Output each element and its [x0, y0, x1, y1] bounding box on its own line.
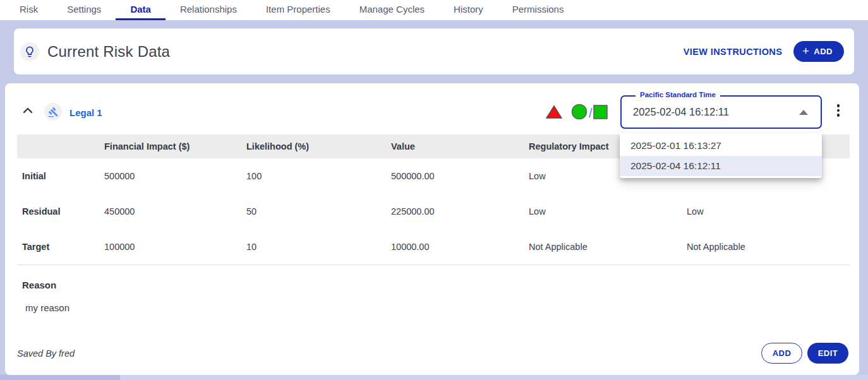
row-label: Target: [17, 229, 99, 264]
cell: Not Applicable: [524, 229, 682, 264]
timestamp-dropdown-menu: 2025-02-01 16:13:27 2025-02-04 16:12:11: [620, 133, 822, 178]
cell: 10000.00: [386, 229, 524, 264]
horizontal-scrollbar-track: [0, 375, 868, 380]
cell: 100000: [99, 229, 241, 264]
tab-relationships[interactable]: Relationships: [166, 0, 251, 20]
cell: Low: [524, 194, 682, 229]
tab-risk[interactable]: Risk: [5, 0, 52, 20]
timezone-label: Pacific Standard Time: [636, 91, 720, 98]
table-row-target: Target 100000 10 10000.00 Not Applicable…: [17, 229, 850, 264]
triangle-indicator-icon: [546, 105, 562, 122]
timestamp-select-value: 2025-02-04 16:12:11: [622, 97, 821, 128]
cell: 500000: [99, 158, 241, 194]
view-instructions-link[interactable]: VIEW INSTRUCTIONS: [684, 47, 783, 57]
collapse-section-button[interactable]: [23, 106, 35, 119]
lightbulb-icon: [20, 42, 39, 61]
tab-manage-cycles[interactable]: Manage Cycles: [345, 0, 439, 20]
col-header-likelihood: Likelihood (%): [241, 134, 386, 158]
tab-permissions[interactable]: Permissions: [498, 0, 579, 20]
tab-data[interactable]: Data: [116, 0, 166, 20]
kebab-menu-icon[interactable]: [834, 104, 843, 121]
section-title-legal-1[interactable]: Legal 1: [69, 107, 102, 118]
footer-buttons: ADD EDIT: [761, 343, 848, 364]
chevron-up-icon: [799, 110, 808, 115]
tab-settings[interactable]: Settings: [52, 0, 116, 20]
col-header-blank: [17, 134, 99, 158]
cell: 225000.00: [386, 194, 524, 229]
gavel-icon: [44, 103, 62, 121]
circle-indicator-icon: [571, 104, 588, 122]
square-indicator-icon: [593, 105, 608, 122]
cell: 450000: [99, 194, 241, 229]
row-label: Residual: [17, 194, 99, 229]
cell: Low: [682, 194, 850, 229]
col-header-financial-impact: Financial Impact ($): [99, 134, 241, 158]
plus-icon: +: [802, 45, 809, 58]
cell: 100: [241, 158, 386, 194]
dropdown-option-2-selected[interactable]: 2025-02-04 16:12:11: [620, 156, 822, 176]
row-label: Initial: [17, 158, 99, 194]
col-header-value: Value: [386, 134, 524, 158]
page-header-card: Current Risk Data VIEW INSTRUCTIONS + AD…: [14, 28, 854, 74]
page-title: Current Risk Data: [47, 43, 170, 61]
reason-label: Reason: [22, 280, 56, 290]
risk-data-card: Legal 1 / Pacific Standard Time 2025-02-…: [5, 83, 859, 375]
risk-indicators: /: [546, 104, 608, 122]
reason-value: my reason: [25, 302, 69, 313]
indicator-separator: /: [589, 106, 593, 121]
timestamp-select[interactable]: Pacific Standard Time 2025-02-04 16:12:1…: [620, 95, 822, 129]
tab-item-properties[interactable]: Item Properties: [251, 0, 345, 20]
add-button-top-label: ADD: [814, 47, 833, 56]
add-button-top[interactable]: + ADD: [793, 41, 844, 62]
add-button-bottom[interactable]: ADD: [761, 343, 802, 364]
dropdown-option-1[interactable]: 2025-02-01 16:13:27: [620, 136, 822, 156]
saved-by-text: Saved By fred: [17, 348, 75, 359]
cell: Not Applicable: [682, 229, 850, 264]
tab-history[interactable]: History: [439, 0, 498, 20]
cell: 50: [241, 194, 386, 229]
cell: 500000.00: [386, 158, 524, 194]
table-row-residual: Residual 450000 50 225000.00 Low Low: [17, 194, 850, 229]
horizontal-scrollbar-thumb[interactable]: [0, 375, 120, 380]
tab-bar: Risk Settings Data Relationships Item Pr…: [0, 0, 868, 20]
edit-button[interactable]: EDIT: [807, 343, 848, 364]
cell: 10: [241, 229, 386, 264]
